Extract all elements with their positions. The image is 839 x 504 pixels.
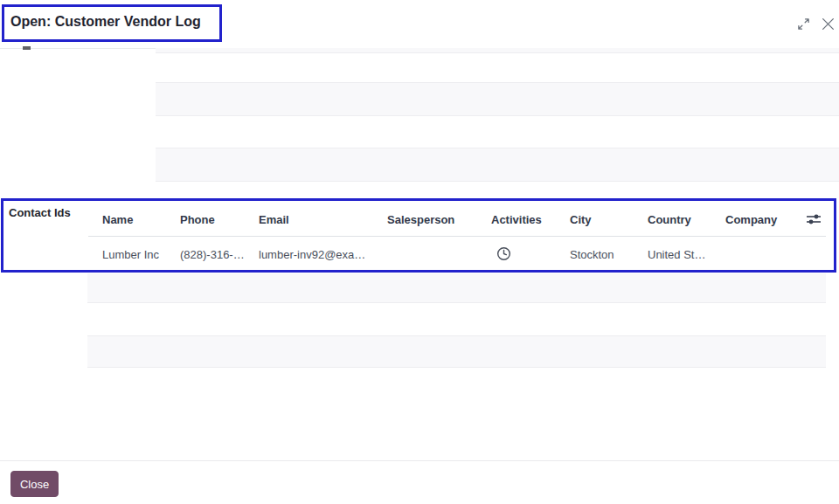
cell-name: Lumber Inc [102,248,159,261]
column-header-email[interactable]: Email [259,213,289,226]
optional-columns-button[interactable] [805,212,822,226]
expand-button[interactable] [794,14,813,33]
activity-button[interactable] [495,245,512,262]
column-header-salesperson[interactable]: Salesperson [387,213,454,226]
cutoff-text-fragment [23,46,31,50]
close-icon [821,17,836,31]
cell-email: lumber-inv92@exa… [259,248,365,261]
modal-footer: Close [0,460,839,504]
column-header-activities[interactable]: Activities [491,213,542,226]
modal-header: Open: Customer Vendor Log [0,0,839,49]
empty-row-stripe [156,82,839,116]
field-label-contact-ids: Contact Ids [9,206,71,219]
cell-city: Stockton [570,248,614,261]
clock-icon [496,246,511,261]
sliders-icon [806,213,822,225]
close-button[interactable]: Close [10,471,59,497]
cell-phone: (828)-316-… [180,248,245,261]
expand-icon [797,17,810,31]
cell-country: United St… [648,248,705,261]
column-header-company[interactable]: Company [725,213,777,226]
modal-dialog: Open: Customer Vendor Log Contact Ids [0,0,839,504]
column-header-phone[interactable]: Phone [180,213,215,226]
modal-title: Open: Customer Vendor Log [10,14,201,30]
column-header-city[interactable]: City [570,213,592,226]
column-header-country[interactable]: Country [648,213,691,226]
table-row[interactable]: Lumber Inc (828)-316-… lumber-inv92@exa…… [87,237,826,271]
empty-row-stripe [87,335,826,368]
empty-row-stripe [156,148,839,182]
empty-row-stripe [156,48,839,53]
close-dialog-button[interactable] [818,14,837,33]
column-header-name[interactable]: Name [102,213,133,226]
empty-row-stripe [87,273,826,303]
